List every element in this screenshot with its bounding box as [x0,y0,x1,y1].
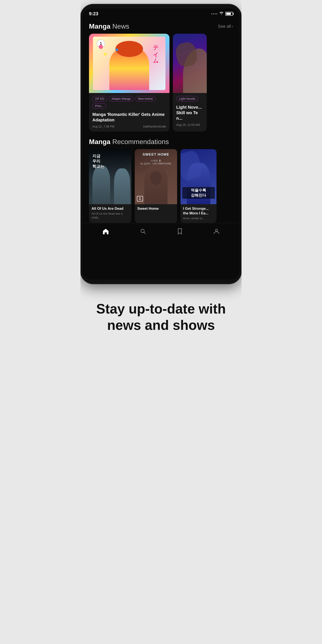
recs-section-title: Manga Recommendations [89,138,169,146]
news-section-title: Manga News [89,22,129,30]
rec-card-3-desc: Hmm, similar st... [180,216,216,223]
news-card-image-2 [173,34,207,93]
main-content: Manga News See all › [82,18,240,243]
news-card-1-title: Manga 'Romantic Killer' Gets Anime Adapt… [89,110,170,125]
news-card[interactable]: 1 テイム ★ [89,34,170,132]
nav-user[interactable] [209,227,224,238]
news-card-1-date: Aug 22, 7:38 PM [92,125,114,128]
nav-home[interactable] [98,227,113,238]
phone-frame: 9:23 Manga News [80,4,242,284]
nav-search[interactable] [136,227,150,238]
tag-light-novels[interactable]: Light Novels [176,96,198,102]
recs-cards-scroll[interactable]: 지금우리학교는 All Of Us Are Dead All Of Us Are… [82,149,240,223]
status-icons [211,12,233,16]
news-card-image-1: 1 テイム ★ [89,34,170,93]
recs-section-header: Manga Recommendations [82,136,240,149]
rec-card-1[interactable]: 지금우리학교는 All Of Us Are Dead All Of Us Are… [89,149,131,223]
news-card-2-title: Light Nove... Skill wo Te n... [173,103,207,123]
news-card-2-meta: Aug 19, 12:00 AM [173,123,207,130]
svg-point-2 [216,229,218,231]
rec-card-2-title: Sweet Home [135,204,177,212]
rec-card-3-image: 먹을수록강해진다 [180,149,216,204]
tag-prev[interactable]: Prev... [92,103,106,109]
bookmark-icon [177,228,182,236]
status-bar: 9:23 [82,8,240,18]
rec-card-1-title: All Of Us Are Dead [89,204,131,212]
user-icon [214,228,220,236]
news-card-1-tags: OP ED Adapts Manga New Anime Prev... [89,93,170,110]
tag-adapts-manga[interactable]: Adapts Manga [109,96,133,102]
rec-card-1-image: 지금우리학교는 [89,149,131,204]
signal-dots-icon [211,13,217,14]
news-card-2-tags: Light Novels [173,93,207,103]
svg-line-1 [144,232,146,234]
news-card-2-date: Aug 19, 12:00 AM [176,123,200,126]
rec-card-2-image: SWEET HOME 스위트 홈by 김칸비 · LEE HWAYOUNG 1 [135,149,177,204]
rec-card-1-desc: All Of Us Are Dead was a really... [89,212,131,222]
wifi-icon [219,12,224,16]
nav-bookmark[interactable] [173,226,187,238]
phone-screen: 9:23 Manga News [82,8,240,280]
search-icon [140,228,146,236]
recommendations-section: Manga Recommendations [82,132,240,223]
rec-card-3-title: I Get Stronge... the More I Ea... [180,204,216,216]
news-card-1-author: DatRandomDude [143,125,166,128]
promo-title: Stay up-to-date withnews and shows [96,301,226,334]
rec-card-2[interactable]: SWEET HOME 스위트 홈by 김칸비 · LEE HWAYOUNG 1 … [135,149,177,223]
bottom-promo: Stay up-to-date withnews and shows [88,288,234,350]
battery-icon [226,12,233,16]
rec-card-3[interactable]: 먹을수록강해진다 I Get Stronge... the More I Ea.… [180,149,216,223]
status-time: 9:23 [89,11,98,16]
chevron-right-icon: › [232,24,233,28]
tag-op-ed[interactable]: OP ED [92,96,107,102]
see-all-button[interactable]: See all › [218,24,233,29]
news-cards-scroll[interactable]: 1 テイム ★ [82,34,240,132]
news-section-header: Manga News See all › [82,20,240,34]
tag-new-anime[interactable]: New Anime [135,96,156,102]
home-icon [102,228,109,236]
bottom-nav [82,223,240,243]
news-card-1-meta: Aug 22, 7:38 PM DatRandomDude [89,125,170,132]
svg-point-0 [141,229,144,232]
news-card-2[interactable]: Light Novels Light Nove... Skill wo Te n… [173,34,207,132]
